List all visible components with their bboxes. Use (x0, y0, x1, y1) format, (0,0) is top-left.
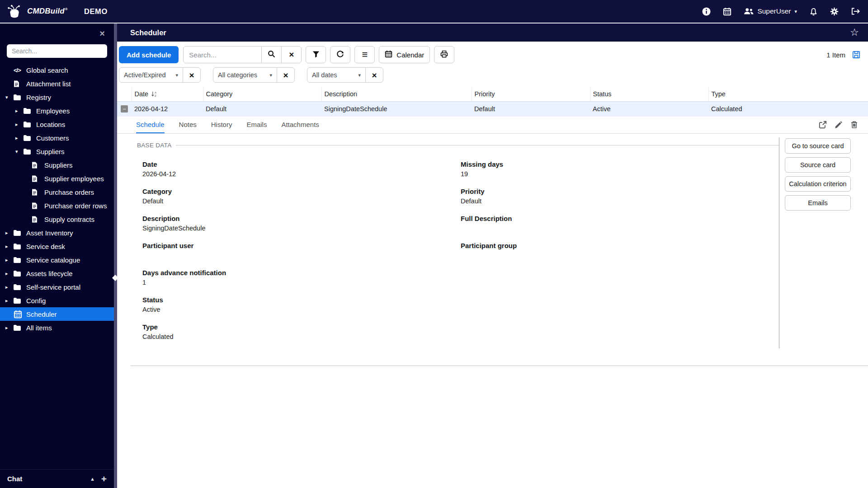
caret-right-icon[interactable]: ▸ (5, 284, 14, 290)
gear-icon[interactable] (830, 7, 839, 16)
detail-tab-bar: ScheduleNotesHistoryEmailsAttachments (117, 117, 868, 134)
menu-button[interactable]: ≡ (354, 46, 375, 63)
detail-actions: Go to source cardSource cardCalculation … (779, 134, 868, 366)
calendar-view-button[interactable]: Calendar (379, 46, 430, 63)
sidebar-item-registry[interactable]: ▾Registry (0, 90, 114, 104)
column-description[interactable]: Description (321, 87, 472, 101)
save-grid-icon[interactable] (852, 51, 860, 59)
sidebar-item-attachment-list[interactable]: Attachment list (0, 77, 114, 90)
tab-history[interactable]: History (211, 117, 232, 133)
caret-right-icon[interactable]: ▸ (5, 230, 14, 236)
filter-value-dropdown[interactable]: All categories▾ (213, 67, 277, 83)
caret-down-icon: ▾ (269, 72, 272, 78)
column-type[interactable]: Type (708, 87, 868, 101)
sidebar-item-purchase-order-rows[interactable]: Purchase order rows (0, 199, 114, 212)
svg-text:A: A (155, 91, 157, 94)
tab-schedule[interactable]: Schedule (136, 117, 165, 133)
sidebar-item-suppliers[interactable]: ▾Suppliers (0, 145, 114, 158)
bell-icon[interactable] (809, 7, 818, 16)
field-label: Days advance notification (142, 269, 461, 277)
sidebar-item-supplier-employees[interactable]: Supplier employees (0, 172, 114, 185)
column-status[interactable]: Status (590, 87, 708, 101)
sidebar-item-self-service-portal[interactable]: ▸Self-service portal (0, 280, 114, 294)
cmdbuild-logo-icon (6, 5, 23, 19)
module-title-bar: Scheduler ☆ (117, 23, 868, 42)
caret-right-icon[interactable]: ▸ (5, 244, 14, 249)
sidebar-item-locations[interactable]: ▸Locations (0, 117, 114, 131)
sidebar-item-all-items[interactable]: ▸All items (0, 321, 114, 334)
column-category[interactable]: Category (203, 87, 321, 101)
plus-icon[interactable]: + (101, 474, 107, 483)
caret-up-icon[interactable]: ▴ (91, 475, 94, 482)
add-schedule-button[interactable]: Add schedule (119, 46, 179, 63)
field-label: Priority (461, 188, 779, 195)
caret-right-icon[interactable]: ▸ (5, 271, 14, 277)
user-menu[interactable]: SuperUser ▾ (744, 7, 797, 15)
clear-filter-button[interactable]: × (365, 67, 383, 83)
field-label: Category (142, 188, 461, 195)
svg-text:Z: Z (155, 94, 156, 98)
info-icon[interactable] (702, 7, 711, 16)
caret-right-icon[interactable]: ▸ (5, 257, 14, 263)
sidebar-item-config[interactable]: ▸Config (0, 294, 114, 307)
sidebar-item-asset-inventory[interactable]: ▸Asset Inventory (0, 226, 114, 239)
print-button[interactable] (434, 46, 454, 63)
sidebar-splitter[interactable] (114, 23, 117, 488)
edit-pencil-icon[interactable] (835, 121, 843, 129)
tab-notes[interactable]: Notes (179, 117, 197, 133)
sidebar-search-input[interactable] (7, 44, 107, 58)
caret-right-icon[interactable]: ▸ (5, 298, 14, 304)
favorite-star-icon[interactable]: ☆ (850, 28, 859, 38)
search-button[interactable] (261, 46, 282, 63)
sidebar-item-purchase-orders[interactable]: Purchase orders (0, 185, 114, 199)
calendar-icon[interactable] (723, 7, 731, 16)
sidebar-item-assets-lifecycle[interactable]: ▸Assets lifecycle (0, 267, 114, 280)
column-date[interactable]: DateAZ (132, 87, 203, 101)
sidebar-item-employees[interactable]: ▸Employees (0, 104, 114, 117)
caret-right-icon[interactable]: ▸ (15, 108, 24, 114)
caret-right-icon[interactable]: ▸ (5, 325, 14, 331)
sidebar-item-label: Attachment list (26, 80, 71, 88)
sign-out-icon[interactable] (851, 7, 860, 15)
caret-down-icon[interactable]: ▾ (5, 94, 14, 100)
field-value: 19 (461, 170, 779, 178)
source-card-button[interactable]: Source card (785, 157, 851, 173)
column-priority[interactable]: Priority (472, 87, 590, 101)
calculation-criterion-button[interactable]: Calculation criterion (785, 176, 851, 192)
tab-emails[interactable]: Emails (246, 117, 267, 133)
go-to-source-card-button[interactable]: Go to source card (785, 138, 851, 154)
collapse-row-button[interactable]: − (121, 105, 128, 113)
delete-trash-icon[interactable] (850, 121, 858, 129)
brand: CMDBuild® DEMO (6, 5, 108, 19)
sidebar-item-scheduler[interactable]: Scheduler (0, 307, 114, 321)
caret-right-icon[interactable]: ▸ (15, 135, 24, 141)
sidebar-item-service-desk[interactable]: ▸Service desk (0, 239, 114, 253)
sidebar-item-service-catalogue[interactable]: ▸Service catalogue (0, 253, 114, 267)
folder-icon (14, 244, 22, 249)
refresh-button[interactable] (330, 46, 350, 63)
filter-value-dropdown[interactable]: All dates▾ (307, 67, 366, 83)
close-icon: × (372, 71, 377, 80)
filter-button[interactable] (306, 46, 326, 63)
sidebar-item-customers[interactable]: ▸Customers (0, 131, 114, 145)
filter-value-dropdown[interactable]: Active/Expired▾ (119, 67, 183, 83)
chat-bar[interactable]: Chat ▴ + (0, 469, 114, 488)
table-row[interactable]: −2026-04-12DefaultSigningDateScheduleDef… (117, 101, 868, 116)
caret-down-icon[interactable]: ▾ (15, 149, 24, 155)
close-sidebar-icon[interactable]: × (99, 29, 105, 38)
search-input[interactable] (183, 46, 262, 63)
field-row: Participant userParticipant group (142, 242, 779, 260)
sidebar-item-global-search[interactable]: </>Global search (0, 63, 114, 77)
open-card-icon[interactable] (819, 121, 827, 129)
clear-filter-button[interactable]: × (183, 67, 201, 83)
field-description: DescriptionSigningDateSchedule (142, 215, 461, 233)
caret-right-icon[interactable]: ▸ (15, 122, 24, 127)
cell-type: Calculated (708, 101, 868, 116)
sidebar-item-supply-contracts[interactable]: Supply contracts (0, 212, 114, 226)
clear-filter-button[interactable]: × (277, 67, 295, 83)
sidebar-item-suppliers[interactable]: Suppliers (0, 158, 114, 172)
clear-search-button[interactable]: × (281, 46, 302, 63)
folder-icon (24, 108, 32, 114)
tab-attachments[interactable]: Attachments (281, 117, 319, 133)
emails-button[interactable]: Emails (785, 195, 851, 211)
